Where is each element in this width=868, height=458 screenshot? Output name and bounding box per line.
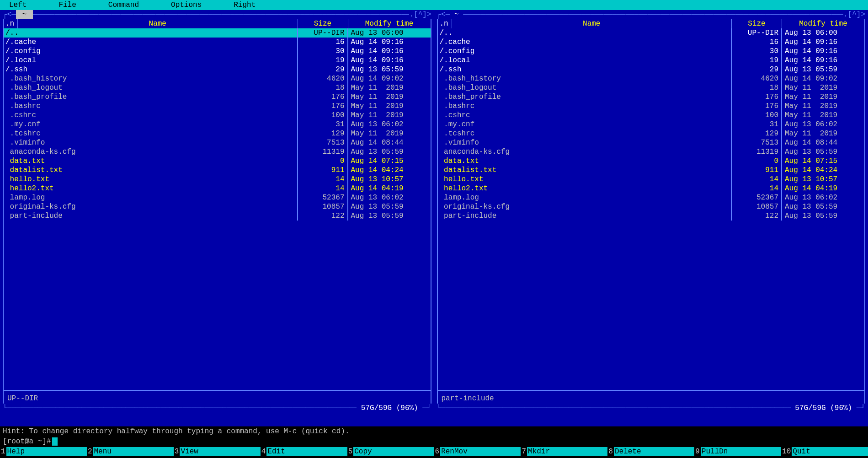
col-header-name[interactable]: Name: [17, 19, 298, 28]
file-row[interactable]: anaconda-ks.cfg 11319 Aug 13 05:59: [4, 147, 431, 156]
file-row[interactable]: .bash_profile 176 May 11 2019: [438, 92, 865, 102]
menu-file[interactable]: File: [59, 0, 76, 10]
file-row[interactable]: lamp.log 52367 Aug 13 06:02: [438, 193, 865, 202]
file-mtime: Aug 13 06:02: [348, 120, 431, 129]
menu-left[interactable]: Left: [9, 0, 27, 10]
file-row[interactable]: .bash_profile 176 May 11 2019: [4, 92, 431, 102]
file-row[interactable]: .bash_logout 18 May 11 2019: [438, 83, 865, 92]
file-row[interactable]: .cshrc 100 May 11 2019: [4, 111, 431, 120]
file-row[interactable]: /.local 19 Aug 14 09:16: [438, 56, 865, 65]
file-row[interactable]: /.cache 16 Aug 14 09:16: [4, 38, 431, 47]
file-row[interactable]: .tcshrc 129 May 11 2019: [4, 129, 431, 138]
file-row[interactable]: .tcshrc 129 May 11 2019: [438, 129, 865, 138]
file-row[interactable]: .bash_logout 18 May 11 2019: [4, 83, 431, 92]
menu-options[interactable]: Options: [171, 0, 202, 10]
file-mtime: Aug 14 07:15: [348, 156, 431, 166]
menu-bar[interactable]: Left File Command Options Right: [0, 0, 868, 10]
file-row[interactable]: hello.txt 14 Aug 13 10:57: [4, 175, 431, 184]
file-mtime: Aug 13 05:59: [348, 147, 431, 156]
file-row[interactable]: /.config 30 Aug 14 09:16: [438, 47, 865, 56]
file-row[interactable]: .bash_history 4620 Aug 14 09:02: [4, 74, 431, 83]
file-row[interactable]: data.txt 0 Aug 14 07:15: [438, 156, 865, 166]
file-name: data.txt: [438, 156, 732, 166]
panel-sort-indicator[interactable]: .[^]>: [409, 10, 431, 19]
file-row[interactable]: .bashrc 176 May 11 2019: [438, 102, 865, 111]
file-row[interactable]: original-ks.cfg 10857 Aug 13 05:59: [4, 202, 431, 211]
file-name: /.local: [4, 56, 298, 65]
file-row[interactable]: .my.cnf 31 Aug 13 06:02: [4, 120, 431, 129]
file-row[interactable]: data.txt 0 Aug 14 07:15: [4, 156, 431, 166]
file-row[interactable]: /.ssh 29 Aug 13 05:59: [438, 65, 865, 74]
fkey-view[interactable]: 3View: [174, 447, 261, 456]
col-header-size[interactable]: Size: [732, 19, 782, 28]
file-mtime: Aug 14 08:44: [782, 138, 864, 147]
col-header-mtime[interactable]: Modify time: [782, 19, 864, 28]
col-header-mtime[interactable]: Modify time: [348, 19, 431, 28]
fkey-help[interactable]: 1Help: [0, 447, 87, 456]
file-row[interactable]: .viminfo 7513 Aug 14 08:44: [438, 138, 865, 147]
fkey-edit[interactable]: 4Edit: [261, 447, 347, 456]
file-size: 30: [732, 47, 782, 56]
fkey-renmov[interactable]: 6RenMov: [434, 447, 521, 456]
file-row[interactable]: datalist.txt 911 Aug 14 04:24: [4, 166, 431, 175]
file-mtime: Aug 14 09:16: [348, 38, 431, 47]
right-panel[interactable]: ┌<─ ~ ──────────────────────────────────…: [434, 10, 868, 426]
col-header-name[interactable]: Name: [452, 19, 732, 28]
file-row[interactable]: .bashrc 176 May 11 2019: [4, 102, 431, 111]
file-row[interactable]: lamp.log 52367 Aug 13 06:02: [4, 193, 431, 202]
file-list[interactable]: /.. UP--DIR Aug 13 06:00 /.cache 16 Aug …: [3, 28, 431, 390]
panel-path[interactable]: ~: [16, 10, 33, 19]
file-mtime: Aug 13 05:59: [782, 211, 864, 221]
col-header-size[interactable]: Size: [298, 19, 348, 28]
file-row[interactable]: /.. UP--DIR Aug 13 06:00: [4, 28, 431, 38]
file-row[interactable]: hello.txt 14 Aug 13 10:57: [438, 175, 865, 184]
file-row[interactable]: part-include 122 Aug 13 05:59: [438, 211, 865, 221]
file-mtime: Aug 14 09:16: [782, 38, 864, 47]
file-name: .my.cnf: [4, 120, 298, 129]
file-size: 14: [732, 184, 782, 193]
fkey-menu[interactable]: 2Menu: [87, 447, 174, 456]
file-row[interactable]: .cshrc 100 May 11 2019: [438, 111, 865, 120]
panel-sort-indicator[interactable]: .[^]>: [843, 10, 865, 19]
panel-path[interactable]: ~: [450, 10, 463, 19]
file-size: 122: [732, 211, 782, 221]
file-row[interactable]: .bash_history 4620 Aug 14 09:02: [438, 74, 865, 83]
file-name: part-include: [438, 211, 732, 221]
file-row[interactable]: /.. UP--DIR Aug 13 06:00: [438, 28, 865, 38]
file-row[interactable]: /.config 30 Aug 14 09:16: [4, 47, 431, 56]
command-prompt[interactable]: [root@a ~]#: [0, 436, 868, 447]
file-row[interactable]: /.cache 16 Aug 14 09:16: [438, 38, 865, 47]
file-row[interactable]: anaconda-ks.cfg 11319 Aug 13 05:59: [438, 147, 865, 156]
file-row[interactable]: part-include 122 Aug 13 05:59: [4, 211, 431, 221]
file-row[interactable]: hello2.txt 14 Aug 14 04:19: [438, 184, 865, 193]
fkey-mkdir[interactable]: 7Mkdir: [521, 447, 607, 456]
col-header-n[interactable]: .n: [438, 19, 452, 28]
fkey-pulldn[interactable]: 9PullDn: [694, 447, 781, 456]
file-name: .cshrc: [438, 111, 732, 120]
file-mtime: Aug 14 09:16: [782, 56, 864, 65]
file-row[interactable]: hello2.txt 14 Aug 14 04:19: [4, 184, 431, 193]
file-row[interactable]: /.local 19 Aug 14 09:16: [4, 56, 431, 65]
left-panel[interactable]: ┌<─ ~ ──────────────────────────────────…: [0, 10, 434, 426]
menu-right[interactable]: Right: [234, 0, 256, 10]
file-row[interactable]: .my.cnf 31 Aug 13 06:02: [438, 120, 865, 129]
file-size: 11319: [298, 147, 348, 156]
file-row[interactable]: .viminfo 7513 Aug 14 08:44: [4, 138, 431, 147]
fkey-copy[interactable]: 5Copy: [347, 447, 434, 456]
file-row[interactable]: original-ks.cfg 10857 Aug 13 05:59: [438, 202, 865, 211]
file-mtime: Aug 14 09:02: [782, 74, 864, 83]
file-size: UP--DIR: [732, 28, 782, 38]
file-mtime: Aug 13 05:59: [348, 65, 431, 74]
file-row[interactable]: datalist.txt 911 Aug 14 04:24: [438, 166, 865, 175]
fkey-quit[interactable]: 10Quit: [781, 447, 868, 456]
fkey-delete[interactable]: 8Delete: [607, 447, 694, 456]
menu-command[interactable]: Command: [108, 0, 139, 10]
file-mtime: May 11 2019: [782, 92, 864, 102]
file-list[interactable]: /.. UP--DIR Aug 13 06:00 /.cache 16 Aug …: [437, 28, 866, 390]
file-size: 52367: [732, 193, 782, 202]
file-size: 911: [732, 166, 782, 175]
col-header-n[interactable]: .n: [4, 19, 17, 28]
file-name: .bash_profile: [438, 92, 732, 102]
file-row[interactable]: /.ssh 29 Aug 13 05:59: [4, 65, 431, 74]
fkey-number: 5: [347, 447, 354, 456]
